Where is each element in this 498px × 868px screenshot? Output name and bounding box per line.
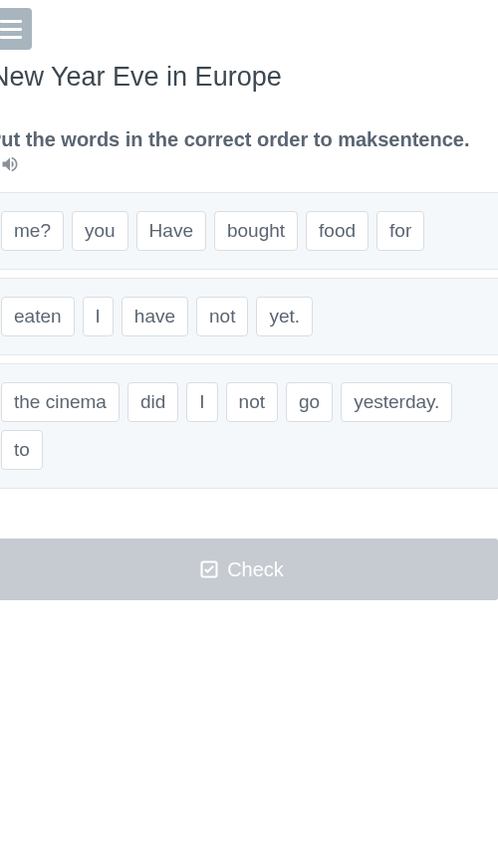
instruction-line-2: sentence. <box>377 124 469 154</box>
word-tile[interactable]: you <box>72 211 128 251</box>
word-tile[interactable]: for <box>376 211 424 251</box>
exercise-container: me?youHaveboughtfoodfor eatenIhavenotyet… <box>0 192 498 489</box>
menu-bar <box>0 28 22 31</box>
word-tile[interactable]: I <box>186 382 217 422</box>
check-button[interactable]: Check <box>0 539 498 600</box>
word-tile[interactable]: bought <box>214 211 298 251</box>
word-tile[interactable]: Have <box>136 211 206 251</box>
word-tile[interactable]: go <box>286 382 333 422</box>
audio-icon[interactable] <box>0 154 20 174</box>
word-tile[interactable]: not <box>226 382 278 422</box>
word-tile[interactable]: eaten <box>1 297 75 336</box>
word-row[interactable]: the cinemadidInotgoyesterday.to <box>0 363 498 489</box>
check-button-label: Check <box>227 558 284 581</box>
menu-bar <box>0 20 22 23</box>
word-tile[interactable]: I <box>83 297 114 336</box>
word-tile[interactable]: have <box>122 297 188 336</box>
word-tile[interactable]: yet. <box>256 297 313 336</box>
menu-bar <box>0 36 22 39</box>
word-row[interactable]: me?youHaveboughtfoodfor <box>0 192 498 270</box>
word-tile[interactable]: not <box>196 297 248 336</box>
word-tile[interactable]: to <box>1 430 43 470</box>
word-tile[interactable]: yesterday. <box>341 382 452 422</box>
menu-button[interactable] <box>0 8 32 50</box>
word-tile[interactable]: the cinema <box>1 382 120 422</box>
word-tile[interactable]: did <box>127 382 178 422</box>
page-title: New Year Eve in Europe <box>0 62 498 93</box>
word-tile[interactable]: me? <box>1 211 64 251</box>
instruction-text: Put the words in the correct order to ma… <box>0 124 498 174</box>
check-icon <box>199 559 219 579</box>
instruction-line-1: Put the words in the correct order to ma… <box>0 124 377 154</box>
word-tile[interactable]: food <box>306 211 369 251</box>
word-row[interactable]: eatenIhavenotyet. <box>0 278 498 355</box>
